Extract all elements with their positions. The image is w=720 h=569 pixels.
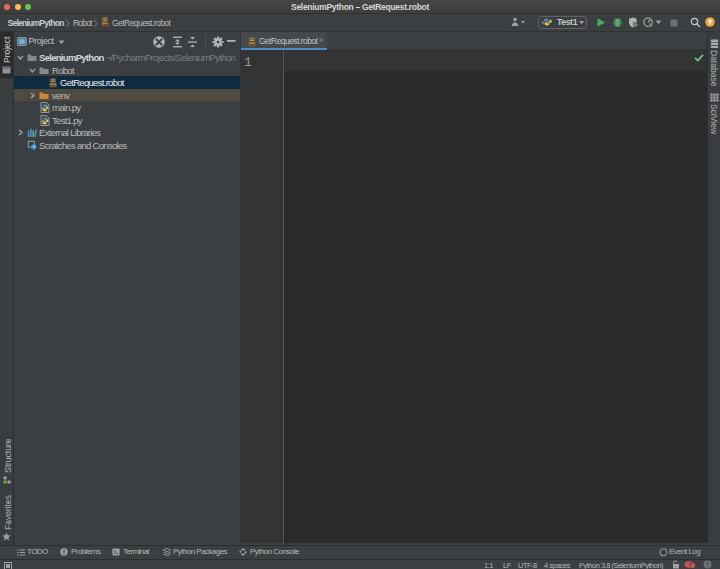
svg-text:Test1: Test1 (557, 17, 578, 27)
